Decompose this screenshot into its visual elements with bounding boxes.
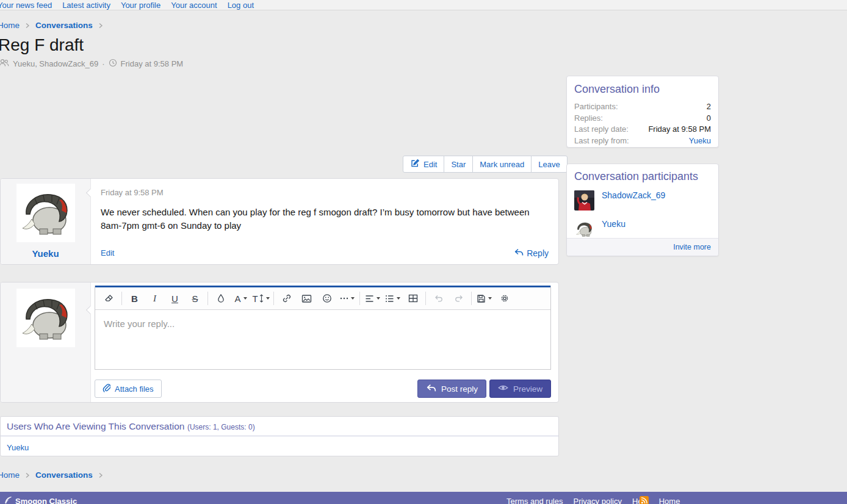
editor-toolbar: B I U S A T xyxy=(95,287,550,310)
avatar[interactable] xyxy=(16,184,75,242)
list-button[interactable] xyxy=(383,290,403,307)
message-edit-link[interactable]: Edit xyxy=(101,248,114,257)
underline-button[interactable]: U xyxy=(165,290,185,307)
alignment-icon xyxy=(365,295,374,303)
post-reply-label: Post reply xyxy=(441,384,478,394)
conversation-info-title: Conversation info xyxy=(574,83,711,96)
font-family-button[interactable]: A xyxy=(231,290,251,307)
undo-icon xyxy=(434,294,444,303)
breadcrumb-bottom: Home Conversations xyxy=(0,470,103,480)
italic-button[interactable]: I xyxy=(145,290,165,307)
bold-glyph: B xyxy=(131,294,138,303)
participant-row: ShadowZack_69 xyxy=(567,187,718,215)
page-title: Reg F draft xyxy=(0,35,84,55)
participant-name[interactable]: ShadowZack_69 xyxy=(602,190,665,200)
bold-button[interactable]: B xyxy=(124,290,145,307)
star-button-label: Star xyxy=(451,160,466,169)
footer-terms-link[interactable]: Terms and rules xyxy=(506,497,563,504)
text-color-button[interactable] xyxy=(211,290,231,307)
message-timestamp[interactable]: Friday at 9:58 PM xyxy=(101,188,164,197)
nav-your-account[interactable]: Your account xyxy=(171,1,217,10)
viewers-list: Yueku xyxy=(1,436,558,458)
breadcrumb-conversations[interactable]: Conversations xyxy=(35,470,93,480)
clock-icon xyxy=(109,59,117,69)
preview-button[interactable]: Preview xyxy=(489,380,551,398)
caret-down-icon xyxy=(266,297,270,300)
italic-glyph: I xyxy=(153,294,156,303)
info-row-last-reply-from: Last reply from: Yueku xyxy=(574,135,711,147)
breadcrumb: Home Conversations xyxy=(0,21,103,30)
message-content: Friday at 9:58 PM We never scheduled. Wh… xyxy=(91,179,558,264)
smilies-button[interactable] xyxy=(317,290,337,307)
star-button[interactable]: Star xyxy=(444,156,473,173)
message-body: We never scheduled. When can you play fo… xyxy=(101,206,549,232)
edit-button[interactable]: Edit xyxy=(403,156,444,173)
info-value: Friday at 9:58 PM xyxy=(648,124,711,135)
font-size-button[interactable]: T xyxy=(251,290,271,307)
toolbar-separator xyxy=(273,292,274,305)
reply-link-label: Reply xyxy=(527,248,549,258)
strikethrough-button[interactable]: S xyxy=(185,290,205,307)
more-options-button[interactable] xyxy=(337,290,357,307)
info-row-last-reply-date: Last reply date: Friday at 9:58 PM xyxy=(574,124,711,135)
info-label: Last reply date: xyxy=(574,124,629,135)
reply-icon xyxy=(514,248,524,259)
breadcrumb-conversations[interactable]: Conversations xyxy=(35,21,93,30)
conversation-info-card: Conversation info Participants: 2 Replie… xyxy=(566,76,719,148)
info-label: Replies: xyxy=(574,113,603,124)
viewer-user-link[interactable]: Yueku xyxy=(7,443,29,452)
caret-down-icon xyxy=(351,297,355,300)
footer-privacy-link[interactable]: Privacy policy xyxy=(573,497,621,504)
caret-down-icon xyxy=(397,297,400,300)
meta-date[interactable]: Friday at 9:58 PM xyxy=(121,59,184,68)
invite-more-link[interactable]: Invite more xyxy=(673,243,711,251)
insert-image-button[interactable] xyxy=(297,290,317,307)
insert-table-button[interactable] xyxy=(403,290,423,307)
insert-link-button[interactable] xyxy=(276,290,297,307)
reply-textbox[interactable]: Write your reply... xyxy=(95,310,550,369)
message-reply-link[interactable]: Reply xyxy=(514,248,549,259)
nav-log-out[interactable]: Log out xyxy=(228,1,254,10)
remove-formatting-button[interactable] xyxy=(99,290,119,307)
drafts-icon xyxy=(477,294,486,303)
post-reply-button[interactable]: Post reply xyxy=(417,380,486,398)
avatar[interactable] xyxy=(574,190,594,211)
toolbar-separator xyxy=(471,292,472,305)
footer-links: Terms and rules Privacy policy Help Home xyxy=(506,497,680,504)
info-row-participants: Participants: 2 xyxy=(574,101,711,113)
message-author-name[interactable]: Yueku xyxy=(1,248,90,259)
attach-files-button[interactable]: Attach files xyxy=(95,380,162,398)
smilie-icon xyxy=(322,293,332,303)
last-reply-from-link[interactable]: Yueku xyxy=(689,135,711,147)
breadcrumb-home[interactable]: Home xyxy=(0,470,20,480)
breadcrumb-home[interactable]: Home xyxy=(0,21,20,30)
underline-glyph: U xyxy=(171,294,178,303)
rss-icon[interactable] xyxy=(640,496,649,504)
participant-name[interactable]: Yueku xyxy=(602,219,625,229)
nav-latest-activity[interactable]: Latest activity xyxy=(62,1,110,10)
reply-icon xyxy=(426,383,436,395)
footer-home-link[interactable]: Home xyxy=(659,497,680,504)
nav-your-news-feed[interactable]: Your news feed xyxy=(0,1,52,10)
gear-button[interactable] xyxy=(494,290,514,307)
style-chooser-link[interactable]: Smogon Classic xyxy=(4,496,77,504)
leave-button[interactable]: Leave xyxy=(531,156,567,173)
editor-actions: Attach files Post reply Preview xyxy=(95,380,551,398)
reply-author-cell xyxy=(1,283,91,402)
reply-editor: B I U S A T xyxy=(91,283,558,402)
chevron-right-icon xyxy=(98,23,103,29)
viewers-title: Users Who Are Viewing This Conversation xyxy=(7,421,184,431)
eraser-icon xyxy=(104,293,114,303)
avatar[interactable] xyxy=(574,219,594,239)
message-author-cell: Yueku xyxy=(1,179,91,264)
mark-unread-button[interactable]: Mark unread xyxy=(472,156,532,173)
drafts-button[interactable] xyxy=(474,290,494,307)
alignment-button[interactable] xyxy=(362,290,383,307)
viewers-counts: (Users: 1, Guests: 0) xyxy=(187,423,255,431)
page-meta: Yueku, ShadowZack_69 · Friday at 9:58 PM xyxy=(0,59,183,69)
preview-label: Preview xyxy=(513,384,542,394)
style-chooser-label: Smogon Classic xyxy=(15,497,77,504)
avatar[interactable] xyxy=(16,289,75,347)
footer: Smogon Classic Terms and rules Privacy p… xyxy=(0,492,847,504)
nav-your-profile[interactable]: Your profile xyxy=(121,1,160,10)
